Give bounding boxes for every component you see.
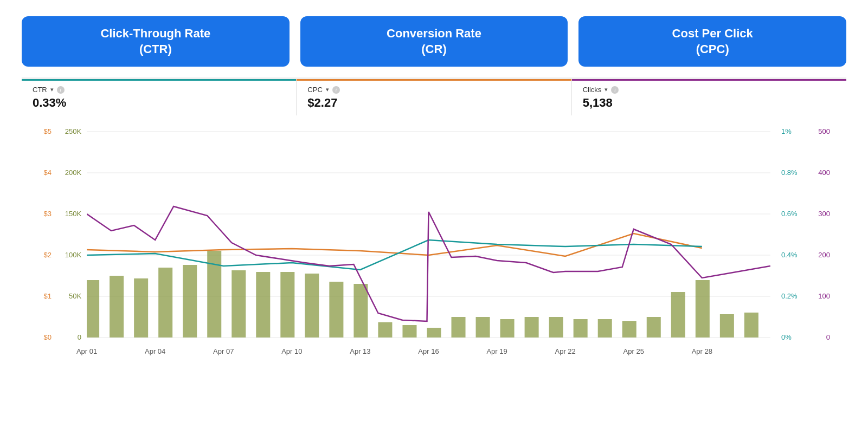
x-label-apr10: Apr 10	[281, 347, 302, 355]
y-left-cpc-0: $0	[44, 333, 52, 341]
y-right-clicks-0: 0	[826, 333, 830, 341]
cpc-button[interactable]: Cost Per Click(CPC)	[578, 16, 846, 67]
x-label-apr25: Apr 25	[623, 347, 644, 355]
clicks-info-icon[interactable]: i	[611, 86, 619, 94]
svg-rect-16	[305, 274, 319, 337]
svg-rect-20	[402, 325, 416, 337]
clicks-dropdown-arrow[interactable]: ▾	[605, 86, 608, 93]
x-label-apr16: Apr 16	[418, 347, 439, 355]
y-left-impr-250k: 250K	[65, 127, 82, 135]
bars-group	[85, 251, 758, 337]
metrics-row: CTR ▾ i 0.33% CPC ▾ i $2.27 Clicks ▾ i 5…	[22, 77, 846, 115]
y-right-ctr-02: 0.2%	[781, 292, 798, 300]
svg-rect-17	[329, 282, 343, 337]
svg-rect-11	[183, 265, 197, 337]
svg-rect-26	[549, 317, 563, 337]
y-right-ctr-08: 0.8%	[781, 168, 798, 177]
svg-rect-34	[744, 313, 758, 337]
cpc-dropdown-arrow[interactable]: ▾	[326, 86, 329, 93]
y-left-cpc-1: $1	[44, 292, 52, 300]
x-label-apr28: Apr 28	[692, 347, 712, 355]
y-right-ctr-04: 0.4%	[781, 251, 798, 259]
svg-rect-23	[476, 317, 490, 337]
cpc-label: CPC	[307, 86, 322, 94]
cr-button[interactable]: Conversion Rate(CR)	[300, 16, 568, 67]
svg-rect-25	[525, 317, 539, 337]
svg-rect-22	[452, 317, 466, 337]
ctr-dropdown-arrow[interactable]: ▾	[50, 86, 54, 93]
y-left-impr-0: 0	[78, 333, 81, 341]
y-left-impr-200k: 200K	[65, 168, 82, 177]
ctr-button-label: Click-Through Rate(CTR)	[100, 27, 210, 56]
cpc-info-icon[interactable]: i	[332, 86, 340, 94]
svg-rect-19	[378, 322, 392, 337]
ctr-value: 0.33%	[33, 96, 285, 110]
cpc-button-label: Cost Per Click(CPC)	[672, 27, 753, 56]
ctr-button[interactable]: Click-Through Rate(CTR)	[22, 16, 290, 67]
y-right-ctr-0: 0%	[781, 333, 792, 341]
y-right-clicks-500: 500	[818, 127, 830, 135]
svg-rect-31	[671, 292, 685, 337]
y-left-cpc-3: $3	[44, 210, 52, 218]
y-right-clicks-400: 400	[818, 168, 830, 177]
svg-rect-7	[85, 280, 99, 337]
y-left-impr-100k: 100K	[65, 251, 82, 259]
y-right-clicks-100: 100	[818, 292, 830, 300]
svg-rect-30	[647, 317, 661, 337]
x-label-apr01: Apr 01	[76, 347, 97, 355]
y-right-ctr-1: 1%	[781, 127, 792, 135]
cpc-value: $2.27	[307, 96, 560, 110]
x-label-apr04: Apr 04	[145, 347, 165, 355]
svg-rect-24	[500, 319, 515, 337]
svg-rect-18	[353, 284, 368, 337]
chart-container: $5 $4 $3 $2 $1 $0 250K 200K 150K 100K 50…	[22, 121, 846, 375]
svg-rect-14	[256, 272, 270, 337]
y-right-ctr-06: 0.6%	[781, 210, 798, 218]
x-label-apr13: Apr 13	[350, 347, 370, 355]
svg-rect-8	[110, 276, 124, 337]
main-chart: $5 $4 $3 $2 $1 $0 250K 200K 150K 100K 50…	[22, 126, 846, 375]
svg-rect-10	[158, 268, 172, 337]
y-right-clicks-300: 300	[818, 210, 830, 218]
ctr-label: CTR	[33, 86, 47, 94]
clicks-label: Clicks	[583, 86, 602, 94]
svg-rect-29	[622, 321, 636, 337]
svg-rect-33	[720, 314, 734, 337]
svg-rect-27	[574, 319, 588, 337]
y-right-clicks-200: 200	[818, 251, 830, 259]
clicks-panel: Clicks ▾ i 5,138	[572, 79, 846, 115]
clicks-value: 5,138	[583, 96, 835, 110]
ctr-info-icon[interactable]: i	[57, 86, 65, 94]
ctr-panel: CTR ▾ i 0.33%	[22, 79, 297, 115]
svg-rect-13	[232, 270, 246, 337]
svg-rect-28	[598, 319, 612, 337]
y-left-cpc-2: $2	[44, 251, 52, 259]
y-left-cpc-5: $5	[44, 127, 52, 135]
x-label-apr19: Apr 19	[486, 347, 507, 355]
svg-rect-15	[280, 272, 294, 337]
y-left-impr-50k: 50K	[69, 292, 81, 300]
cr-button-label: Conversion Rate(CR)	[387, 27, 481, 56]
x-label-apr22: Apr 22	[555, 347, 575, 355]
svg-rect-9	[134, 278, 148, 337]
y-left-impr-150k: 150K	[65, 210, 82, 218]
cpc-panel: CPC ▾ i $2.27	[297, 79, 571, 115]
x-label-apr07: Apr 07	[213, 347, 234, 355]
y-left-cpc-4: $4	[44, 168, 52, 177]
svg-rect-32	[696, 280, 710, 337]
svg-rect-21	[427, 328, 441, 337]
